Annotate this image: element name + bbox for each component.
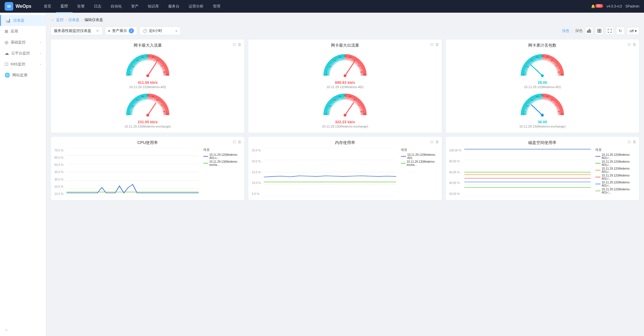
theme-dark-btn[interactable]: 深色 [575, 28, 583, 33]
widget-memory-delete[interactable]: 🗑 [435, 140, 439, 144]
time-range-select[interactable]: 🕐 近6小时 ▾ [139, 26, 181, 35]
refresh-btn[interactable]: ↻ [616, 27, 625, 35]
cpu-yaxis-6: 60.0 % [54, 156, 67, 159]
nav-assets[interactable]: 资产 [126, 0, 143, 13]
list-icon: ≡ [108, 29, 110, 33]
widget-network-in-edit[interactable]: ⊡ [233, 42, 236, 47]
sidebar-item-dashboard[interactable]: 📊 仪表盘 [0, 15, 46, 26]
back-button[interactable]: ← [51, 18, 54, 22]
sidebar-item-app[interactable]: ⊞ 应用 [0, 26, 46, 37]
asset-count-badge: 2 [129, 28, 134, 33]
svg-text:50: 50 [349, 96, 351, 98]
basic-monitor-icon: ◎ [5, 40, 8, 45]
nav-knowledge[interactable]: 知识库 [143, 0, 164, 13]
breadcrumb-dashboard[interactable]: 仪表盘 [68, 17, 79, 22]
svg-rect-7 [600, 31, 601, 33]
widget-disk-edit[interactable]: ⊡ [628, 140, 631, 144]
disk-legend-dot-5 [595, 184, 601, 184]
widget-cpu-actions: ⊡ 🗑 [233, 140, 241, 144]
svg-text:0: 0 [326, 73, 327, 75]
widget-memory-actions: ⊡ 🗑 [430, 140, 439, 144]
sidebar-item-website[interactable]: 🌐 网站监测 [0, 70, 46, 81]
svg-text:20: 20 [531, 99, 533, 101]
svg-line-29 [148, 62, 156, 76]
nav-automation[interactable]: 自动化 [106, 0, 126, 13]
mem-yaxis-2: 10.0 % [252, 181, 264, 185]
nav-manage[interactable]: 管理 [208, 0, 225, 13]
asset-display-btn[interactable]: ≡ 资产展示 2 [105, 26, 137, 35]
widget-network-in-title: 网卡最大入流量 [54, 43, 241, 48]
layout-btn[interactable] [595, 27, 603, 35]
notification-icon[interactable]: 🔔99+ [591, 4, 603, 8]
svg-text:80: 80 [360, 71, 363, 73]
nav-log[interactable]: 日志 [89, 0, 106, 13]
cpu-legend-item-1: 10.11.29.12(Wedemo-AD)-c... [203, 153, 241, 160]
theme-light-btn[interactable]: 浅色 [562, 28, 569, 33]
widget-packet-loss-edit[interactable]: ⊡ [628, 42, 631, 47]
svg-text:0: 0 [326, 113, 327, 115]
website-icon: 🌐 [5, 73, 10, 78]
widget-network-out-edit[interactable]: ⊡ [430, 42, 433, 47]
app-name: WeOps [16, 4, 31, 9]
disk-yaxis-5: 100.00 % [449, 149, 464, 152]
off-select[interactable]: off ▾ [627, 27, 639, 35]
chart-view-btn[interactable] [585, 27, 593, 35]
gauge-value-3-1: 28.00 [538, 80, 547, 85]
nav-home[interactable]: 首页 [39, 0, 56, 13]
disk-legend-title: 维度 [595, 148, 636, 152]
user-name[interactable]: SPadmin [625, 4, 639, 8]
svg-text:30: 30 [339, 96, 341, 98]
gauge-label-1-1: 10.11.29.12(Wedemo-AD) [129, 85, 166, 89]
disk-legend-dot-2 [595, 163, 601, 164]
widget-network-in-delete[interactable]: 🗑 [238, 42, 241, 47]
widget-packet-loss-delete[interactable]: 🗑 [632, 42, 636, 47]
nav-alert[interactable]: 告警 [73, 0, 89, 13]
fullscreen-btn[interactable] [606, 27, 614, 35]
nav-ops[interactable]: 运营分析 [184, 0, 208, 13]
widget-disk-delete[interactable]: 🗑 [632, 140, 636, 144]
widget-cpu-edit[interactable]: ⊡ [233, 140, 236, 144]
gauge-1-2: 0 10 20 30 40 50 60 70 80 90 231.05 kb/s [54, 90, 241, 128]
disk-legend-dot-4 [595, 177, 601, 177]
sidebar-item-k8s[interactable]: ⬡ K8S监控 › [0, 59, 46, 70]
cpu-legend-title: 维度 [203, 148, 241, 152]
disk-legend-item-6: 10.11.29.12(Wedemo-AD)-/... [595, 188, 636, 194]
svg-text:70: 70 [555, 65, 557, 67]
svg-rect-3 [590, 30, 591, 33]
widget-memory-edit[interactable]: ⊡ [430, 140, 433, 144]
svg-text:30: 30 [141, 56, 144, 58]
cpu-legend-dot-1 [203, 156, 208, 157]
clock-icon: 🕐 [143, 29, 147, 33]
svg-point-53 [146, 114, 149, 117]
svg-text:90: 90 [363, 113, 366, 115]
sidebar-item-basic-monitor[interactable]: ◎ 基础监控 › [0, 37, 46, 48]
mem-chart-area [264, 148, 396, 197]
app-logo[interactable]: W WeOps [5, 2, 33, 11]
svg-text:90: 90 [363, 73, 366, 75]
disk-legend-label-5: 10.11.29.12(Wedemo-AD)-/... [602, 181, 636, 187]
nav-service[interactable]: 服务台 [164, 0, 184, 13]
nav-monitor[interactable]: 监控 [56, 0, 73, 13]
sidebar-item-website-label: 网站监测 [12, 73, 27, 78]
widget-cpu-delete[interactable]: 🗑 [238, 140, 241, 144]
sidebar-collapse-btn[interactable]: ← [0, 324, 46, 336]
svg-text:0: 0 [523, 113, 524, 115]
sidebar-item-dashboard-label: 仪表盘 [13, 18, 24, 23]
widget-network-out-delete[interactable]: 🗑 [435, 42, 439, 47]
disk-legend-label-4: 10.11.29.12(Wedemo-AD)-/... [602, 174, 636, 180]
widget-network-out: 网卡最大出流量 ⊡ 🗑 [248, 39, 442, 133]
gauge-value-3-2: 36.00 [538, 120, 547, 124]
svg-text:70: 70 [358, 65, 360, 67]
disk-legend-item-4: 10.11.29.12(Wedemo-AD)-/... [595, 174, 636, 180]
dashboard-select[interactable]: 服务器性能监控仪表盘 ✕ [51, 26, 103, 35]
sidebar-item-cloud-monitor[interactable]: ☁ 云平台监控 › [0, 48, 46, 59]
clear-dashboard-btn[interactable]: ✕ [96, 29, 99, 33]
svg-text:50: 50 [349, 56, 351, 58]
dashboard-select-value: 服务器性能监控仪表盘 [54, 28, 91, 33]
breadcrumb-monitor[interactable]: 监控 [56, 17, 64, 22]
mem-legend: 维度 10.11.29.12(Wedemo-AD) 10.11.29.13(We… [401, 148, 438, 197]
sidebar-item-app-label: 应用 [11, 29, 18, 34]
svg-text:0: 0 [523, 73, 524, 75]
svg-line-75 [345, 62, 354, 76]
gauge-3-2: 0 10 20 30 40 50 60 70 80 90 36. [449, 90, 636, 128]
